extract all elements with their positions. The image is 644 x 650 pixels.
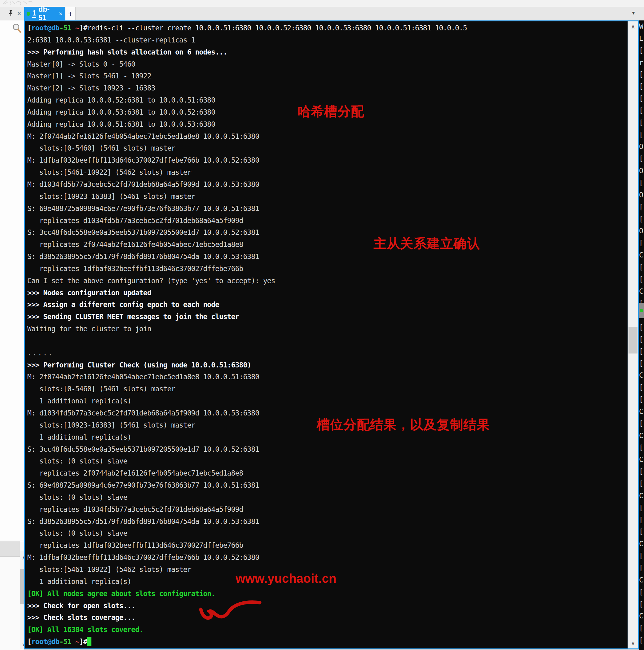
terminal-line: replicates d1034fd5b77a3cebc5c2fd701deb6…: [27, 215, 628, 227]
terminal-line: M: 1dfbaf032beeffbf113d646c370027dffebe7…: [27, 551, 628, 564]
scroll-down-arrow[interactable]: ∨: [628, 639, 638, 648]
terminal-line: slots:[0-5460] (5461 slots) master: [27, 142, 628, 154]
clipped-terminal-text: [: [639, 261, 644, 273]
clipped-terminal-text: [: [639, 273, 644, 285]
clipped-terminal-text: [: [639, 105, 644, 117]
clipped-terminal-text: [: [639, 45, 644, 57]
terminal-line: [root@db-51 ~]#redis-cli --cluster creat…: [27, 22, 628, 34]
tab-overflow-icon[interactable]: ▼: [627, 8, 640, 17]
terminal-line: replicates 1dfbaf032beeffbf113d646c37002…: [27, 539, 628, 551]
terminal-line: 1 additional replica(s): [27, 395, 628, 407]
desktop-top-strip: [0, 0, 644, 7]
session-sidebar: [0, 21, 24, 541]
tab-title: db-51: [38, 5, 55, 22]
clipped-terminal-text: [: [639, 201, 644, 213]
terminal-line: >>> Check for open slots...: [27, 600, 628, 612]
terminal-line: M: 1dfbaf032beeffbf113d646c370027dffebe7…: [27, 154, 628, 167]
clipped-terminal-text: [: [639, 478, 644, 490]
annotation-hash-slots: 哈希槽分配: [297, 103, 364, 120]
clipped-terminal-text: C: [639, 610, 644, 622]
terminal-line: Waiting for the cluster to join: [27, 323, 628, 335]
clipped-terminal-text: [: [639, 634, 644, 646]
clipped-terminal-text: C: [639, 405, 644, 418]
clipped-terminal-text: [: [639, 502, 644, 514]
clipped-terminal-text: [: [639, 358, 644, 370]
clipped-terminal-text: [: [639, 466, 644, 478]
clipped-terminal-text: r: [639, 57, 644, 69]
background-window-tab: [639, 303, 644, 318]
clipped-terminal-text: L: [639, 33, 644, 45]
terminal-line: >>> Assign a different config epoch to e…: [27, 299, 628, 311]
clipped-terminal-text: [: [639, 321, 644, 333]
terminal-tab-bar: [0, 7, 644, 21]
screen: { "tab_bar": { "active_tab": { "number":…: [0, 0, 644, 650]
clipped-terminal-text: [: [639, 237, 644, 249]
terminal-scrollbar[interactable]: ∧ ∨: [628, 22, 638, 648]
clipped-terminal-text: O: [639, 189, 644, 201]
terminal-line: M: 2f0744ab2fe16126fe4b054abec71ebc5ed1a…: [27, 371, 628, 383]
annotation-checkmark: [198, 600, 266, 624]
terminal-line: slots: (0 slots) slave: [27, 455, 628, 467]
clipped-terminal-text: [: [639, 333, 644, 346]
clipped-terminal-text: C: [639, 490, 644, 502]
clipped-terminal-text: [: [639, 514, 644, 526]
background-session-status-dot: [640, 309, 643, 312]
terminal-line: S: d3852638955c57d5179f78d6fd89176b80475…: [27, 251, 628, 263]
terminal-line: slots:[5461-10922] (5462 slots) master: [27, 167, 628, 178]
annotation-replication: 主从关系建立确认: [373, 235, 480, 252]
sidebar-close-icon[interactable]: ×: [17, 10, 21, 17]
terminal-line: >>> Sending CLUSTER MEET messages to joi…: [27, 311, 628, 323]
clipped-terminal-text: [: [639, 93, 644, 105]
bottom-left-panel-header: [0, 541, 20, 557]
terminal-line: S: 69e488725a0989a4c6e77e90fb73e76f63863…: [27, 479, 628, 492]
tab-db-51[interactable]: 1 db-51 ×: [24, 7, 65, 21]
terminal-line: slots:[10923-16383] (5461 slots) master: [27, 190, 628, 203]
clipped-terminal-text: [: [639, 153, 644, 165]
terminal-line: M: 2f0744ab2fe16126fe4b054abec71ebc5ed1a…: [27, 131, 628, 143]
clipped-terminal-text: [: [639, 69, 644, 80]
terminal-line: replicates d1034fd5b77a3cebc5c2fd701deb6…: [27, 503, 628, 515]
clipped-terminal-text: [: [639, 394, 644, 405]
clipped-terminal-text: C: [639, 574, 644, 586]
tab-close-icon[interactable]: ×: [59, 10, 63, 17]
clipped-terminal-text: C: [639, 369, 644, 382]
pin-icon[interactable]: [8, 10, 13, 17]
clipped-terminal-text: [: [639, 598, 644, 610]
clipped-terminal-text: [: [639, 346, 644, 358]
terminal-line: slots: (0 slots) slave: [27, 527, 628, 539]
terminal-line: >>> Performing hash slots allocation on …: [27, 46, 628, 58]
clipped-terminal-text: O: [639, 225, 644, 237]
clipped-terminal-text: [: [639, 177, 644, 189]
clipped-terminal-text: O: [639, 141, 644, 153]
terminal-line: S: d3852638955c57d5179f78d6fd89176b80475…: [27, 515, 628, 528]
terminal-line: Master[1] -> Slots 5461 - 10922: [27, 70, 628, 82]
clipped-terminal-text: [: [639, 129, 644, 141]
session-status-dot: [27, 12, 30, 16]
clipped-terminal-text: [: [639, 622, 644, 634]
clipped-terminal-text: [: [639, 418, 644, 430]
scroll-up-arrow[interactable]: ∧: [628, 22, 638, 31]
clipped-terminal-text: [: [639, 550, 644, 562]
clipped-terminal-text: [: [639, 117, 644, 129]
clipped-terminal-text: [: [639, 586, 644, 598]
terminal-line: S: 3cc48f6dc558e0e0a35eeb5371b097205500e…: [27, 226, 628, 239]
terminal-line: Master[2] -> Slots 10923 - 16383: [27, 82, 628, 94]
terminal-line: .....: [27, 347, 628, 359]
terminal-line: slots:[0-5460] (5461 slots) master: [27, 383, 628, 395]
terminal-line: [27, 335, 628, 347]
search-icon[interactable]: [12, 23, 22, 35]
terminal-line: slots: (0 slots) slave: [27, 492, 628, 503]
tab-number: 1: [32, 9, 36, 17]
terminal-line: [OK] All nodes agree about slots configu…: [27, 588, 628, 600]
clipped-terminal-text: C: [639, 430, 644, 442]
clipped-terminal-text: C: [639, 285, 644, 297]
new-tab-button[interactable]: +: [65, 7, 76, 21]
clipped-terminal-text: [: [639, 526, 644, 538]
terminal-line: >>> Performing Cluster Check (using node…: [27, 359, 628, 371]
terminal-line: M: d1034fd5b77a3cebc5c2fd701deb68a64a5f9…: [27, 178, 628, 190]
clipped-terminal-text: [: [639, 80, 644, 93]
terminal-line: S: 69e488725a0989a4c6e77e90fb73e76f63863…: [27, 203, 628, 215]
scrollbar-thumb[interactable]: [629, 327, 638, 354]
annotation-slot-results: 槽位分配结果，以及复制结果: [317, 416, 490, 433]
clipped-terminal-text: [: [639, 382, 644, 394]
